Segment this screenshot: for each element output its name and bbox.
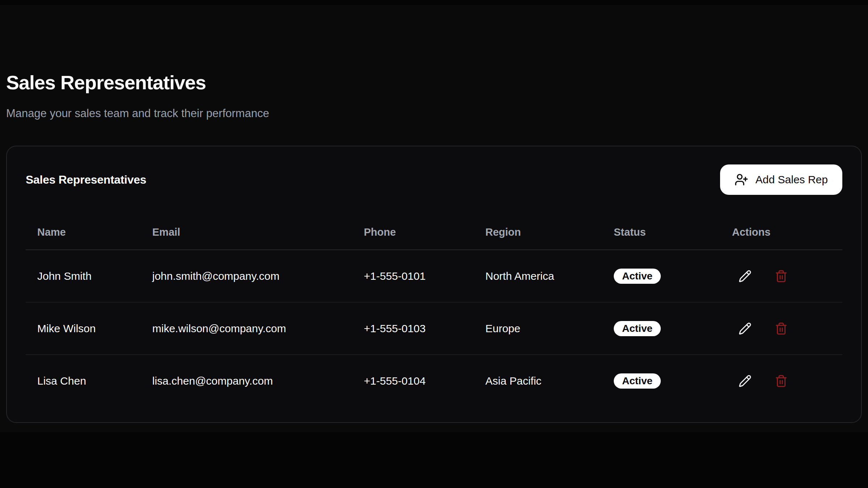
table-body: John Smith john.smith@company.com +1-555… [26, 250, 842, 407]
rep-name: John Smith [26, 250, 141, 302]
rep-status-cell: Active [602, 355, 720, 407]
rep-region: Asia Pacific [474, 355, 602, 407]
rep-status-cell: Active [602, 250, 720, 302]
edit-rep-button[interactable] [732, 316, 758, 342]
rep-email: john.smith@company.com [141, 250, 352, 302]
column-header-phone: Phone [352, 215, 474, 250]
edit-rep-button[interactable] [732, 368, 758, 394]
edit-rep-button[interactable] [732, 263, 758, 289]
sales-reps-table-container: Name Email Phone Region Status Actions J… [7, 195, 861, 407]
trash-icon [775, 374, 788, 388]
table-header-row: Name Email Phone Region Status Actions [26, 215, 842, 250]
rep-email: mike.wilson@company.com [141, 302, 352, 355]
rep-email: lisa.chen@company.com [141, 355, 352, 407]
column-header-actions: Actions [720, 215, 842, 250]
sales-reps-table: Name Email Phone Region Status Actions J… [26, 215, 842, 407]
delete-rep-button[interactable] [768, 316, 794, 342]
card-header: Sales Representatives Add Sales Rep [7, 146, 861, 195]
rep-actions-cell [720, 250, 842, 302]
table-row: Mike Wilson mike.wilson@company.com +1-5… [26, 302, 842, 355]
rep-actions-cell [720, 302, 842, 355]
rep-phone: +1-555-0104 [352, 355, 474, 407]
column-header-email: Email [141, 215, 352, 250]
delete-rep-button[interactable] [768, 368, 794, 394]
column-header-region: Region [474, 215, 602, 250]
pencil-icon [739, 270, 752, 283]
sales-reps-card: Sales Representatives Add Sales Rep [6, 146, 862, 423]
rep-name: Mike Wilson [26, 302, 141, 355]
status-badge: Active [614, 321, 661, 336]
trash-icon [775, 322, 788, 335]
delete-rep-button[interactable] [768, 263, 794, 289]
table-row: Lisa Chen lisa.chen@company.com +1-555-0… [26, 355, 842, 407]
status-badge: Active [614, 269, 661, 284]
table-row: John Smith john.smith@company.com +1-555… [26, 250, 842, 302]
page-subtitle: Manage your sales team and track their p… [6, 106, 269, 121]
pencil-icon [739, 322, 752, 335]
card-title: Sales Representatives [26, 173, 146, 187]
app-window: Sales Representatives Manage your sales … [0, 0, 868, 488]
status-badge: Active [614, 373, 661, 389]
column-header-name: Name [26, 215, 141, 250]
page-title: Sales Representatives [6, 71, 206, 94]
pencil-icon [739, 374, 752, 388]
rep-phone: +1-555-0101 [352, 250, 474, 302]
add-sales-rep-label: Add Sales Rep [756, 174, 828, 186]
rep-name: Lisa Chen [26, 355, 141, 407]
column-header-status: Status [602, 215, 720, 250]
add-sales-rep-button[interactable]: Add Sales Rep [720, 164, 842, 195]
rep-status-cell: Active [602, 302, 720, 355]
rep-region: Europe [474, 302, 602, 355]
rep-phone: +1-555-0103 [352, 302, 474, 355]
user-plus-icon [735, 173, 748, 187]
trash-icon [775, 270, 788, 283]
rep-actions-cell [720, 355, 842, 407]
rep-region: North America [474, 250, 602, 302]
